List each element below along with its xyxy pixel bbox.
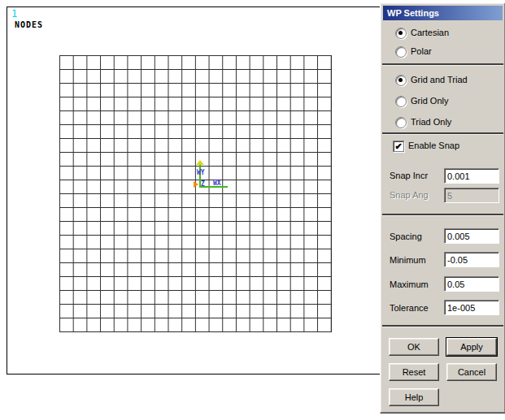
snap-ang-field	[444, 188, 499, 203]
graphics-viewport: 1 NODES WY WX Z	[7, 6, 381, 375]
separator	[382, 63, 503, 65]
minimum-label: Minimum	[390, 254, 426, 266]
radio-polar-label: Polar	[411, 45, 432, 57]
wp-settings-dialog: WP Settings Cartesian Polar Grid and Tri…	[380, 2, 505, 414]
maximum-field[interactable]	[444, 276, 499, 292]
radio-cartesian-label: Cartesian	[411, 27, 449, 38]
triad-wz-label: Z	[201, 181, 205, 188]
plot-annotation: NODES	[15, 20, 43, 29]
radio-grid-and-triad[interactable]	[395, 75, 407, 86]
window-number: 1	[11, 8, 17, 19]
separator	[382, 132, 503, 134]
radio-polar[interactable]	[395, 46, 407, 58]
dialog-titlebar[interactable]: WP Settings	[383, 6, 503, 20]
radio-grid-only-label: Grid Only	[411, 95, 448, 106]
help-button[interactable]: Help	[389, 388, 439, 406]
spacing-label: Spacing	[390, 231, 422, 242]
triad-wy-label: WY	[197, 170, 205, 176]
triad-origin-icon	[194, 181, 198, 188]
minimum-field[interactable]	[444, 252, 499, 267]
radio-triad-only-label: Triad Only	[411, 116, 451, 128]
cancel-button[interactable]: Cancel	[446, 363, 497, 381]
separator	[382, 214, 503, 215]
enable-snap-label: Enable Snap	[408, 140, 459, 151]
enable-snap-checkbox[interactable]: ✔	[393, 141, 404, 152]
radio-grid-and-triad-label: Grid and Triad	[411, 74, 468, 85]
maximum-label: Maximum	[390, 279, 429, 290]
radio-cartesian[interactable]	[395, 28, 407, 39]
spacing-field[interactable]	[444, 228, 499, 244]
reset-button[interactable]: Reset	[389, 363, 439, 381]
ok-button[interactable]: OK	[389, 338, 439, 356]
snap-incr-field[interactable]	[444, 168, 499, 184]
snap-incr-label: Snap Incr	[390, 170, 428, 181]
triad-y-arrowhead-icon	[196, 160, 204, 165]
radio-triad-only[interactable]	[395, 117, 407, 128]
triad-wx-label: WX	[213, 180, 221, 187]
separator	[382, 325, 503, 327]
tolerance-label: Tolerance	[390, 302, 429, 314]
working-plane-grid[interactable]	[59, 55, 332, 332]
snap-ang-label: Snap Ang	[390, 189, 429, 201]
radio-grid-only[interactable]	[395, 96, 407, 107]
apply-button[interactable]: Apply	[446, 338, 497, 356]
tolerance-field[interactable]	[444, 300, 499, 315]
